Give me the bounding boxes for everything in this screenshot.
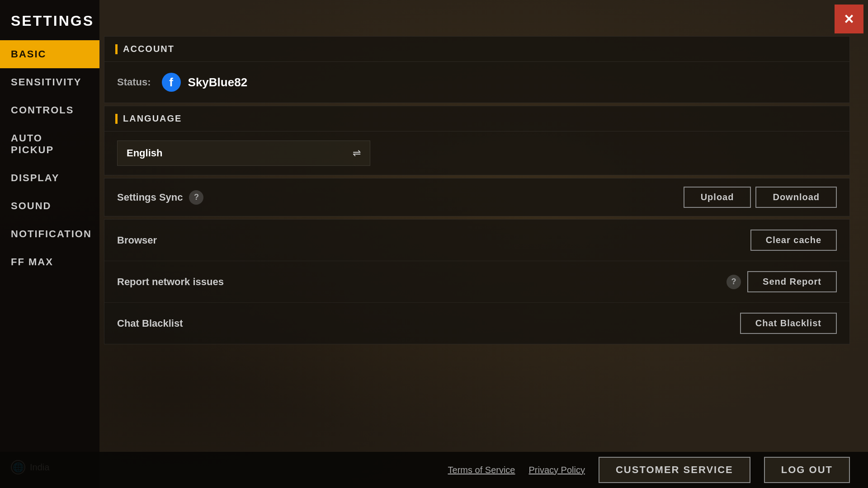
swap-icon: ⇌ <box>353 147 361 159</box>
download-button[interactable]: Download <box>755 187 837 208</box>
main-content: ACCOUNT Status: f SkyBlue82 LANGUAGE Eng… <box>104 36 850 452</box>
blacklist-row-right: Chat Blacklist <box>740 313 837 334</box>
sync-buttons: Upload Download <box>684 187 837 208</box>
sidebar-item-ff-max[interactable]: FF MAX <box>0 248 99 276</box>
bottom-bar: Terms of Service Privacy Policy CUSTOMER… <box>0 452 868 488</box>
report-label: Report network issues <box>117 276 224 288</box>
sidebar-item-basic[interactable]: BASIC <box>0 40 99 68</box>
section-bar-accent <box>115 44 118 54</box>
chat-blacklist-button[interactable]: Chat Blacklist <box>740 313 837 334</box>
language-section: LANGUAGE English ⇌ <box>104 106 850 175</box>
section-bar-accent <box>115 114 118 124</box>
customer-service-button[interactable]: CUSTOMER SERVICE <box>599 457 750 483</box>
report-row: Report network issues ? Send Report <box>104 261 849 303</box>
sync-left: Settings Sync ? <box>117 190 203 205</box>
browser-label: Browser <box>117 235 157 246</box>
status-label: Status: <box>117 76 151 88</box>
clear-cache-button[interactable]: Clear cache <box>750 230 837 251</box>
username-display: SkyBlue82 <box>188 75 248 89</box>
privacy-policy-link[interactable]: Privacy Policy <box>529 465 585 475</box>
sync-label: Settings Sync <box>117 192 183 203</box>
logout-button[interactable]: LOG OUT <box>764 457 850 483</box>
account-section-header: ACCOUNT <box>104 37 849 62</box>
language-section-title: LANGUAGE <box>123 113 182 124</box>
facebook-icon: f <box>162 73 181 92</box>
sidebar-item-controls[interactable]: CONTROLS <box>0 96 99 124</box>
terms-of-service-link[interactable]: Terms of Service <box>448 465 515 475</box>
sidebar: SETTINGS BASIC SENSITIVITY CONTROLS AUTO… <box>0 0 99 488</box>
account-status-row: Status: f SkyBlue82 <box>104 62 849 103</box>
report-row-right: ? Send Report <box>726 271 837 292</box>
language-value: English <box>127 147 162 159</box>
misc-section: Browser Clear cache Report network issue… <box>104 219 850 344</box>
sidebar-item-notification[interactable]: NOTIFICATION <box>0 220 99 248</box>
send-report-button[interactable]: Send Report <box>747 271 837 292</box>
browser-row: Browser Clear cache <box>104 220 849 261</box>
sync-help-icon[interactable]: ? <box>189 190 203 205</box>
close-button[interactable]: × <box>835 5 863 33</box>
report-help-icon[interactable]: ? <box>726 275 741 289</box>
sidebar-item-auto-pickup[interactable]: AUTO PICKUP <box>0 124 99 164</box>
browser-row-right: Clear cache <box>750 230 837 251</box>
language-section-header: LANGUAGE <box>104 106 849 131</box>
settings-title: SETTINGS <box>0 5 99 40</box>
account-section-title: ACCOUNT <box>123 44 175 54</box>
language-row: English ⇌ <box>104 131 849 175</box>
sidebar-item-sound[interactable]: SOUND <box>0 192 99 220</box>
sync-section: Settings Sync ? Upload Download <box>104 178 850 216</box>
language-selector[interactable]: English ⇌ <box>117 141 370 166</box>
upload-button[interactable]: Upload <box>684 187 751 208</box>
account-section: ACCOUNT Status: f SkyBlue82 <box>104 36 850 103</box>
sync-row: Settings Sync ? Upload Download <box>104 178 849 216</box>
blacklist-row: Chat Blacklist Chat Blacklist <box>104 303 849 344</box>
blacklist-label: Chat Blacklist <box>117 318 183 329</box>
sidebar-item-display[interactable]: DISPLAY <box>0 164 99 192</box>
sidebar-item-sensitivity[interactable]: SENSITIVITY <box>0 68 99 96</box>
